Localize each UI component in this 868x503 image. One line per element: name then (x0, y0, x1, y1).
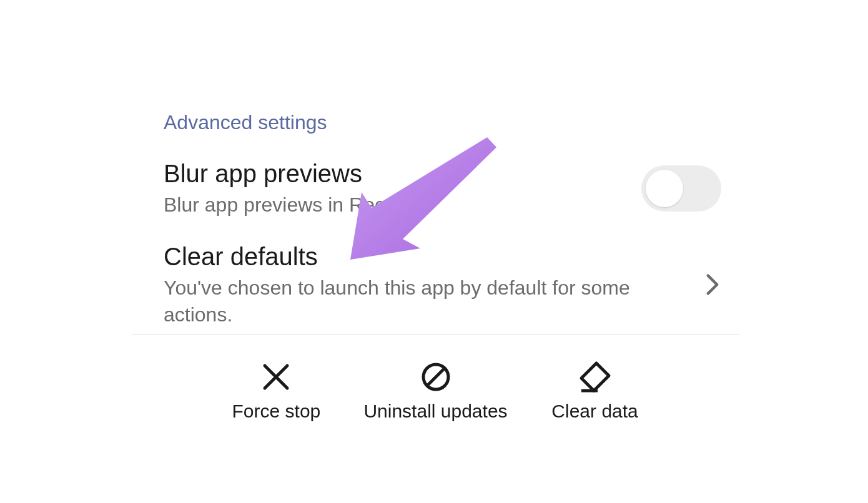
section-title: Advanced settings (131, 74, 740, 147)
toggle-knob (646, 170, 683, 207)
blur-previews-row[interactable]: Blur app previews Blur app previews in R… (131, 147, 740, 230)
clear-data-label: Clear data (551, 401, 638, 422)
clear-defaults-subtitle: You've chosen to launch this app by defa… (164, 275, 688, 328)
row-text: Clear defaults You've chosen to launch t… (164, 241, 700, 328)
force-stop-button[interactable]: Force stop (214, 361, 338, 422)
blur-previews-title: Blur app previews (164, 158, 629, 189)
prohibit-icon (420, 361, 452, 393)
divider (131, 335, 740, 335)
svg-marker-4 (581, 363, 609, 391)
clear-defaults-title: Clear defaults (164, 241, 688, 272)
clear-data-button[interactable]: Clear data (533, 361, 658, 422)
chevron-right-icon (700, 272, 725, 297)
blur-previews-subtitle: Blur app previews in Recents (164, 192, 629, 218)
bottom-action-bar: Force stop Uninstall updates Clear data (131, 349, 740, 441)
blur-previews-toggle[interactable] (641, 165, 721, 212)
row-text: Blur app previews Blur app previews in R… (164, 158, 641, 218)
uninstall-updates-label: Uninstall updates (363, 401, 507, 422)
settings-panel: Advanced settings Blur app previews Blur… (131, 74, 740, 340)
svg-line-3 (427, 368, 445, 386)
force-stop-label: Force stop (232, 401, 321, 422)
uninstall-updates-button[interactable]: Uninstall updates (363, 361, 507, 422)
close-icon (260, 361, 292, 393)
eraser-icon (579, 361, 611, 393)
clear-defaults-row[interactable]: Clear defaults You've chosen to launch t… (131, 230, 740, 339)
